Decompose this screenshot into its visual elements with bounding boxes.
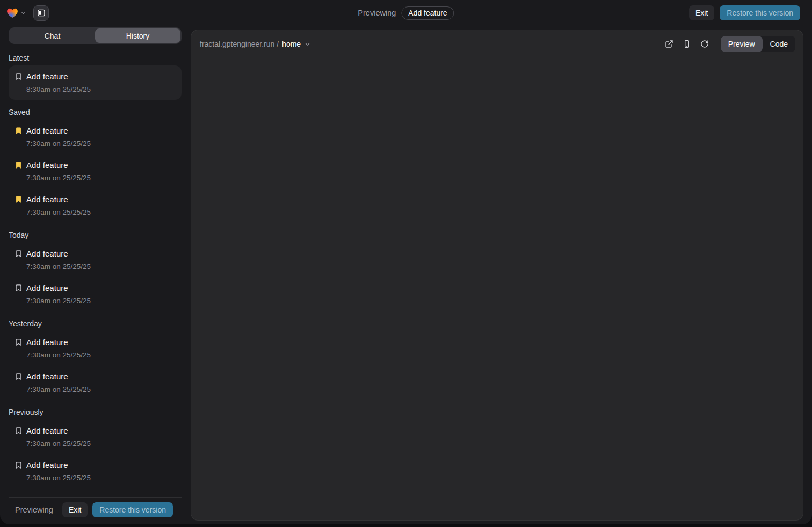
- version-item-timestamp: 7:30am on 25/25/25: [26, 138, 91, 149]
- version-item-title: Add feature: [26, 425, 91, 436]
- history-section: PreviouslyAdd feature7:30am on 25/25/25A…: [9, 408, 182, 488]
- view-toggle: Preview Code: [721, 36, 795, 52]
- version-item-title: Add feature: [26, 371, 91, 382]
- section-title: Yesterday: [9, 319, 182, 328]
- restore-version-button[interactable]: Restore this version: [720, 5, 800, 20]
- version-item[interactable]: Add feature7:30am on 25/25/25: [9, 120, 182, 154]
- bookmark-filled-icon: [15, 127, 23, 135]
- logo-menu[interactable]: [6, 8, 26, 18]
- version-item-title: Add feature: [26, 125, 91, 136]
- history-section: TodayAdd feature7:30am on 25/25/25Add fe…: [9, 231, 182, 311]
- section-title: Saved: [9, 108, 182, 116]
- version-item-title: Add feature: [26, 71, 91, 82]
- version-item-timestamp: 8:30am on 25/25/25: [26, 84, 91, 94]
- restore-version-button[interactable]: Restore this version: [92, 502, 173, 517]
- version-item[interactable]: Add feature7:30am on 25/25/25: [9, 243, 182, 277]
- bookmark-icon: [15, 338, 23, 346]
- version-item-timestamp: 7:30am on 25/25/25: [26, 296, 91, 306]
- version-item-title: Add feature: [26, 248, 91, 259]
- chevron-down-icon: [20, 10, 26, 16]
- preview-url-page: home: [282, 40, 301, 48]
- chevron-down-icon: [304, 41, 311, 48]
- bookmark-filled-icon: [15, 161, 23, 169]
- smartphone-icon: [683, 40, 691, 48]
- version-item[interactable]: Add feature7:30am on 25/25/25: [9, 277, 182, 311]
- version-item-timestamp: 7:30am on 25/25/25: [26, 384, 91, 394]
- preview-url-dropdown[interactable]: fractal.gptengineer.run / home: [200, 40, 311, 48]
- refresh-button[interactable]: [698, 37, 712, 51]
- preview-viewport: [191, 54, 803, 520]
- sidebar-tabbar: Chat History: [9, 27, 182, 44]
- version-item-timestamp: 7:30am on 25/25/25: [26, 438, 91, 449]
- version-item-title: Add feature: [26, 282, 91, 294]
- version-badge: Add feature: [401, 6, 454, 20]
- toggle-preview[interactable]: Preview: [721, 36, 763, 52]
- history-list: LatestAdd feature8:30am on 25/25/25Saved…: [9, 44, 182, 497]
- bookmark-icon: [15, 372, 23, 380]
- version-item-title: Add feature: [26, 336, 91, 348]
- bookmark-icon: [15, 461, 23, 469]
- exit-button[interactable]: Exit: [689, 5, 714, 20]
- open-external-button[interactable]: [662, 37, 676, 51]
- bookmark-icon: [15, 250, 23, 258]
- previewing-label: Previewing: [358, 9, 396, 17]
- version-item-title: Add feature: [26, 459, 91, 471]
- version-item[interactable]: Add feature7:30am on 25/25/25: [9, 154, 182, 188]
- version-item[interactable]: Add feature7:30am on 25/25/25: [9, 188, 182, 223]
- preview-panel-header: fractal.gptengineer.run / home: [191, 34, 803, 54]
- version-item-title: Add feature: [26, 194, 91, 205]
- version-item-timestamp: 7:30am on 25/25/25: [26, 207, 91, 217]
- preview-url-host: fractal.gptengineer.run /: [200, 40, 279, 48]
- version-item-timestamp: 7:30am on 25/25/25: [26, 261, 91, 272]
- mobile-preview-button[interactable]: [680, 37, 694, 51]
- preview-panel: fractal.gptengineer.run / home: [191, 30, 803, 521]
- section-title: Latest: [9, 54, 182, 62]
- history-section: SavedAdd feature7:30am on 25/25/25Add fe…: [9, 108, 182, 223]
- topbar: Previewing Add feature Exit Restore this…: [0, 0, 812, 26]
- tab-history[interactable]: History: [95, 28, 180, 43]
- version-item-timestamp: 7:30am on 25/25/25: [26, 173, 91, 183]
- version-item[interactable]: Add feature8:30am on 25/25/25: [9, 65, 182, 100]
- section-title: Previously: [9, 408, 182, 416]
- panel-left-icon: [37, 9, 46, 17]
- bookmark-icon: [15, 427, 23, 435]
- version-item[interactable]: Add feature7:30am on 25/25/25: [9, 420, 182, 454]
- tab-chat[interactable]: Chat: [10, 28, 95, 43]
- history-sidebar: Chat History LatestAdd feature8:30am on …: [9, 26, 182, 521]
- toggle-code[interactable]: Code: [763, 36, 795, 52]
- refresh-icon: [700, 40, 709, 48]
- sidebar-footer: Previewing Exit Restore this version: [9, 497, 182, 521]
- external-link-icon: [665, 40, 673, 48]
- version-item-timestamp: 7:30am on 25/25/25: [26, 350, 91, 360]
- version-item[interactable]: Add feature7:30am on 25/25/25: [9, 365, 182, 400]
- bookmark-icon: [15, 72, 23, 80]
- version-item-title: Add feature: [26, 159, 91, 171]
- heart-icon: [6, 8, 18, 18]
- version-item[interactable]: Add feature7:30am on 25/25/25: [9, 454, 182, 488]
- section-title: Today: [9, 231, 182, 239]
- version-item[interactable]: Add feature7:30am on 25/25/25: [9, 331, 182, 365]
- history-section: LatestAdd feature8:30am on 25/25/25: [9, 54, 182, 100]
- history-section: YesterdayAdd feature7:30am on 25/25/25Ad…: [9, 319, 182, 400]
- exit-button[interactable]: Exit: [62, 502, 88, 517]
- bookmark-filled-icon: [15, 195, 23, 203]
- previewing-label: Previewing: [15, 506, 53, 514]
- bookmark-icon: [15, 284, 23, 292]
- sidebar-toggle-button[interactable]: [33, 5, 49, 21]
- version-item-timestamp: 7:30am on 25/25/25: [26, 473, 91, 483]
